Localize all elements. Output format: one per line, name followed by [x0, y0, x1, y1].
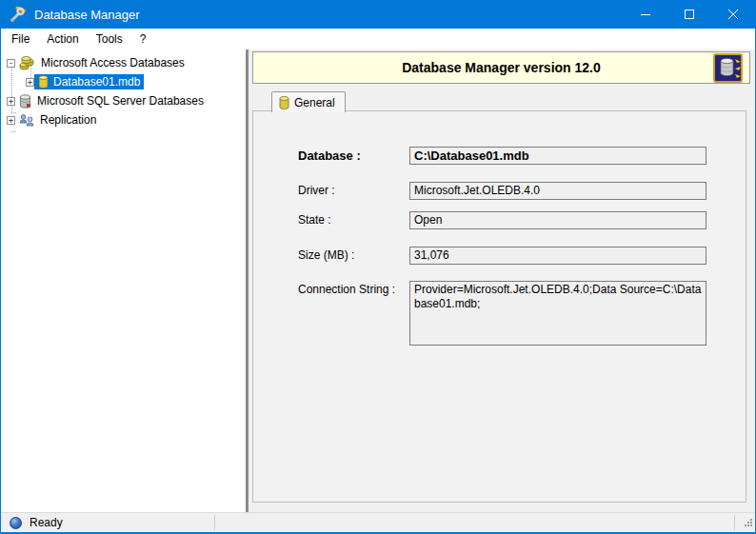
database-sync-icon: [713, 53, 743, 83]
banner-title: Database Manager version 12.0: [402, 60, 601, 75]
mdb-database-icon: [38, 75, 49, 89]
detail-panel: Database Manager version 12.0: [249, 49, 755, 512]
collapse-icon[interactable]: -: [7, 59, 15, 68]
size-field[interactable]: 31,076: [409, 247, 706, 265]
driver-label: Driver :: [298, 182, 335, 200]
expand-icon[interactable]: +: [7, 97, 15, 106]
tree-item-label[interactable]: Microsoft Access Databases: [38, 55, 188, 70]
statusbar-divider: [734, 515, 735, 530]
size-label: Size (MB) :: [298, 247, 354, 265]
version-banner: Database Manager version 12.0: [252, 51, 750, 84]
menu-help[interactable]: ?: [131, 29, 155, 49]
connection-string-label: Connection String :: [298, 281, 395, 299]
wrench-tool-icon: [10, 7, 27, 22]
menu-file[interactable]: File: [3, 29, 38, 49]
tree-item-label[interactable]: Database01.mdb: [51, 75, 142, 89]
window-controls: [624, 0, 755, 29]
close-icon: [728, 10, 738, 19]
tree-item-label[interactable]: Microsoft SQL Server Databases: [34, 93, 207, 109]
minimize-icon: [641, 10, 650, 19]
tab-general[interactable]: General: [271, 91, 346, 112]
statusbar-divider: [214, 515, 215, 530]
driver-field[interactable]: Microsoft.Jet.OLEDB.4.0: [409, 182, 706, 200]
tab-general-label: General: [294, 96, 335, 109]
expand-icon[interactable]: +: [26, 78, 34, 87]
tree-panel: - Microsoft Access Databases +: [1, 49, 246, 512]
tree-item-label[interactable]: Replication: [37, 112, 99, 128]
state-label: State :: [298, 211, 331, 229]
close-button[interactable]: [711, 0, 755, 29]
tabstrip: General: [252, 90, 746, 111]
resize-grip-icon[interactable]: [744, 517, 753, 530]
state-field[interactable]: Open: [409, 211, 706, 229]
maximize-icon: [685, 10, 694, 19]
general-tab-page: Database : C:\Database01.mdb Driver : Mi…: [252, 110, 746, 503]
expand-icon[interactable]: +: [7, 116, 15, 125]
menu-action[interactable]: Action: [38, 29, 87, 49]
tree-item-sql-server-databases[interactable]: + Microsoft SQL Server Databases: [7, 91, 207, 110]
statusbar: Ready: [1, 512, 755, 532]
blue-sphere-icon: [10, 517, 22, 529]
database-label: Database :: [298, 147, 361, 165]
titlebar[interactable]: Database Manager: [1, 0, 755, 29]
menubar: File Action Tools ?: [1, 29, 755, 49]
database-cylinder-icon: [279, 96, 289, 109]
database-field[interactable]: C:\Database01.mdb: [409, 147, 706, 165]
connection-string-field[interactable]: Provider=Microsoft.Jet.OLEDB.4.0;Data So…: [409, 281, 706, 346]
minimize-button[interactable]: [624, 0, 667, 29]
window-title: Database Manager: [34, 8, 140, 22]
access-databases-icon: [19, 56, 35, 70]
tree-item-database01[interactable]: + Database01.mdb: [26, 72, 144, 91]
tree-item-replication[interactable]: + Replication: [7, 110, 99, 129]
tree-item-access-databases[interactable]: - Microsoft Access Databases: [7, 53, 188, 72]
app-window: Database Manager File Action Tools ?: [0, 0, 756, 534]
maximize-button[interactable]: [667, 0, 711, 29]
main-content: - Microsoft Access Databases +: [1, 49, 755, 512]
status-text: Ready: [30, 516, 63, 529]
sql-server-database-icon: [19, 94, 31, 109]
selected-highlight[interactable]: Database01.mdb: [34, 74, 144, 89]
tree-guide-line: [11, 131, 16, 132]
replication-icon: [19, 113, 34, 127]
menu-tools[interactable]: Tools: [88, 29, 131, 49]
